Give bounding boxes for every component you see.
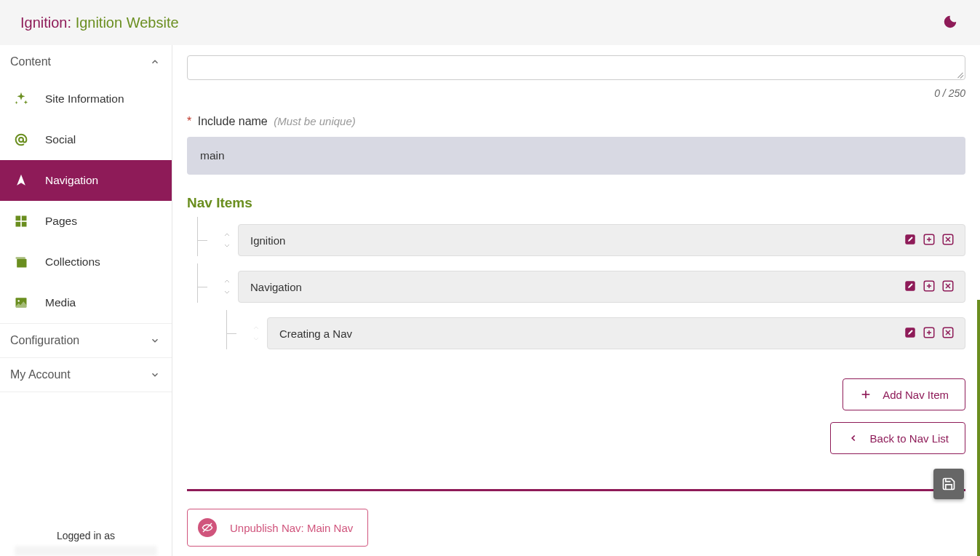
nav-item-card: Ignition [238, 224, 965, 256]
plus-square-icon [923, 233, 936, 246]
nav-item-actions [904, 233, 956, 247]
sidebar-section-configuration: Configuration [0, 324, 172, 358]
add-nav-item-button[interactable]: Add Nav Item [842, 378, 965, 410]
sidebar-item-label: Media [45, 296, 76, 309]
button-label: Unpublish Nav: Main Nav [230, 522, 353, 534]
arrow-down-icon [223, 287, 231, 296]
x-square-icon [941, 279, 955, 293]
nav-items-heading: Nav Items [187, 195, 965, 211]
site-name: Ignition Website [76, 15, 179, 31]
sidebar-item-label: Site Information [45, 92, 124, 106]
unpublish-icon [198, 518, 217, 537]
arrow-up-icon [223, 277, 231, 286]
pencil-icon [904, 279, 917, 293]
tree-connector [197, 224, 216, 256]
svg-rect-6 [16, 257, 25, 259]
nav-item-label: Creating a Nav [279, 327, 352, 340]
include-name-input[interactable] [187, 137, 965, 175]
plus-square-icon [923, 326, 936, 339]
cursor-icon [13, 172, 29, 188]
nav-item-row: Creating a Nav [197, 317, 965, 349]
sidebar-item-social[interactable]: Social [0, 119, 172, 160]
nav-item-actions [904, 326, 956, 341]
nav-item-actions [904, 279, 956, 294]
chevron-down-icon [150, 335, 160, 346]
sidebar-section-account: My Account [0, 358, 172, 392]
drag-handle[interactable] [245, 317, 267, 349]
svg-rect-3 [16, 222, 21, 227]
page-title: Ignition: Ignition Website [20, 15, 179, 31]
edit-nav-item-button[interactable] [904, 233, 918, 247]
add-child-nav-item-button[interactable] [923, 233, 937, 247]
moon-icon [942, 14, 958, 30]
sidebar-section-label: Content [10, 55, 51, 68]
sidebar-item-label: Navigation [45, 174, 98, 187]
sidebar-head-account[interactable]: My Account [0, 358, 172, 392]
drag-handle[interactable] [216, 224, 238, 256]
pencil-icon [904, 233, 917, 246]
sparkle-icon [13, 91, 29, 107]
svg-rect-2 [22, 216, 27, 221]
svg-rect-5 [17, 259, 26, 268]
chevron-down-icon [150, 370, 160, 380]
delete-nav-item-button[interactable] [941, 326, 956, 341]
sidebar-spacer [0, 392, 172, 523]
svg-point-8 [17, 300, 20, 302]
sidebar-item-site-information[interactable]: Site Information [0, 79, 172, 119]
nav-items-tree: Ignition Navigati [187, 224, 965, 349]
resize-handle-icon[interactable] [956, 71, 963, 78]
sidebar-item-label: Social [45, 133, 76, 146]
button-label: Add Nav Item [883, 389, 949, 401]
sidebar-item-media[interactable]: Media [0, 282, 172, 323]
sidebar-item-pages[interactable]: Pages [0, 201, 172, 242]
arrow-down-icon [223, 241, 231, 250]
sidebar-item-navigation[interactable]: Navigation [0, 160, 172, 201]
required-marker: * [187, 115, 191, 127]
tree-connector [226, 317, 245, 349]
x-square-icon [941, 326, 955, 339]
edit-nav-item-button[interactable] [904, 279, 918, 294]
plus-square-icon [923, 279, 936, 293]
svg-rect-4 [22, 222, 27, 227]
brand-name: Ignition: [20, 15, 71, 31]
arrow-up-icon [252, 324, 260, 333]
save-icon [941, 477, 956, 491]
main-panel: 0 / 250 * Include name (Must be unique) … [172, 45, 980, 556]
sidebar-head-content[interactable]: Content [0, 45, 172, 79]
chevron-up-icon [150, 57, 160, 67]
arrow-up-icon [223, 231, 231, 239]
button-label: Back to Nav List [870, 432, 949, 445]
nav-item-label: Ignition [250, 234, 285, 247]
content-area: 0 / 250 * Include name (Must be unique) … [172, 45, 980, 556]
sidebar: Content Site Information Social Navigati… [0, 45, 172, 556]
arrow-down-icon [252, 334, 260, 343]
back-to-nav-list-button[interactable]: Back to Nav List [830, 422, 965, 454]
app-header: Ignition: Ignition Website [0, 0, 980, 45]
delete-nav-item-button[interactable] [941, 279, 956, 294]
edit-nav-item-button[interactable] [904, 326, 918, 341]
logged-in-user [15, 546, 157, 556]
action-buttons: Add Nav Item Back to Nav List [187, 378, 965, 454]
char-counter: 0 / 250 [187, 87, 965, 99]
include-name-hint: (Must be unique) [274, 115, 356, 127]
delete-nav-item-button[interactable] [941, 233, 956, 247]
sidebar-item-collections[interactable]: Collections [0, 242, 172, 282]
sidebar-section-label: Configuration [10, 334, 79, 347]
sidebar-item-label: Pages [45, 215, 77, 228]
description-textarea[interactable] [187, 55, 965, 80]
nav-item-row: Navigation [197, 271, 965, 303]
drag-handle[interactable] [216, 271, 238, 303]
sidebar-item-label: Collections [45, 255, 100, 269]
sidebar-head-configuration[interactable]: Configuration [0, 324, 172, 357]
save-button[interactable] [933, 469, 964, 499]
nav-item-row: Ignition [197, 224, 965, 256]
section-divider [187, 489, 965, 491]
sidebar-items-content: Site Information Social Navigation Pages… [0, 79, 172, 323]
include-name-label: * Include name (Must be unique) [187, 115, 965, 128]
plus-icon [859, 388, 872, 401]
add-child-nav-item-button[interactable] [923, 326, 937, 341]
add-child-nav-item-button[interactable] [923, 279, 937, 294]
unpublish-nav-button[interactable]: Unpublish Nav: Main Nav [187, 509, 368, 547]
dark-mode-toggle[interactable] [942, 14, 960, 31]
nav-item-label: Navigation [250, 281, 302, 293]
